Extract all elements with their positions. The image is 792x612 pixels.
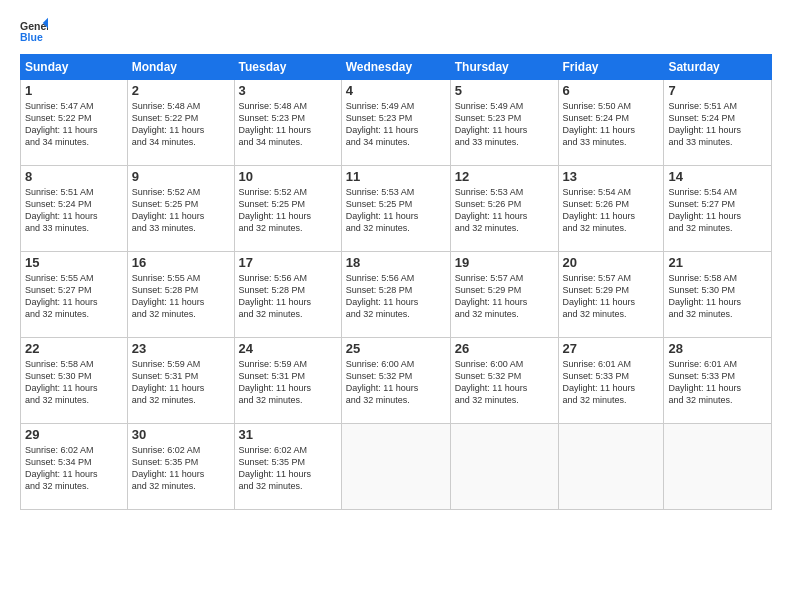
day-info: Sunrise: 5:54 AM Sunset: 5:27 PM Dayligh… [668,186,767,235]
day-number: 1 [25,83,123,98]
weekday-header: Saturday [664,55,772,80]
day-number: 18 [346,255,446,270]
calendar-cell: 2Sunrise: 5:48 AM Sunset: 5:22 PM Daylig… [127,80,234,166]
weekday-header: Wednesday [341,55,450,80]
day-number: 4 [346,83,446,98]
calendar-cell [341,424,450,510]
day-number: 29 [25,427,123,442]
calendar-cell: 11Sunrise: 5:53 AM Sunset: 5:25 PM Dayli… [341,166,450,252]
day-number: 10 [239,169,337,184]
calendar-cell: 6Sunrise: 5:50 AM Sunset: 5:24 PM Daylig… [558,80,664,166]
calendar-cell: 30Sunrise: 6:02 AM Sunset: 5:35 PM Dayli… [127,424,234,510]
day-number: 25 [346,341,446,356]
day-info: Sunrise: 6:02 AM Sunset: 5:34 PM Dayligh… [25,444,123,493]
day-info: Sunrise: 6:00 AM Sunset: 5:32 PM Dayligh… [455,358,554,407]
calendar-cell: 12Sunrise: 5:53 AM Sunset: 5:26 PM Dayli… [450,166,558,252]
day-number: 28 [668,341,767,356]
day-info: Sunrise: 5:55 AM Sunset: 5:28 PM Dayligh… [132,272,230,321]
day-number: 7 [668,83,767,98]
day-number: 11 [346,169,446,184]
day-info: Sunrise: 5:59 AM Sunset: 5:31 PM Dayligh… [132,358,230,407]
calendar-cell: 17Sunrise: 5:56 AM Sunset: 5:28 PM Dayli… [234,252,341,338]
day-info: Sunrise: 5:53 AM Sunset: 5:26 PM Dayligh… [455,186,554,235]
day-info: Sunrise: 5:56 AM Sunset: 5:28 PM Dayligh… [239,272,337,321]
day-number: 9 [132,169,230,184]
day-info: Sunrise: 5:57 AM Sunset: 5:29 PM Dayligh… [455,272,554,321]
day-number: 31 [239,427,337,442]
calendar-cell: 19Sunrise: 5:57 AM Sunset: 5:29 PM Dayli… [450,252,558,338]
calendar-cell: 23Sunrise: 5:59 AM Sunset: 5:31 PM Dayli… [127,338,234,424]
day-number: 13 [563,169,660,184]
day-number: 26 [455,341,554,356]
day-info: Sunrise: 5:57 AM Sunset: 5:29 PM Dayligh… [563,272,660,321]
day-number: 23 [132,341,230,356]
calendar-cell: 29Sunrise: 6:02 AM Sunset: 5:34 PM Dayli… [21,424,128,510]
weekday-header: Friday [558,55,664,80]
day-info: Sunrise: 6:02 AM Sunset: 5:35 PM Dayligh… [132,444,230,493]
day-number: 20 [563,255,660,270]
day-info: Sunrise: 5:50 AM Sunset: 5:24 PM Dayligh… [563,100,660,149]
calendar-cell: 9Sunrise: 5:52 AM Sunset: 5:25 PM Daylig… [127,166,234,252]
day-number: 30 [132,427,230,442]
day-number: 5 [455,83,554,98]
calendar-cell: 28Sunrise: 6:01 AM Sunset: 5:33 PM Dayli… [664,338,772,424]
day-number: 19 [455,255,554,270]
calendar-cell: 3Sunrise: 5:48 AM Sunset: 5:23 PM Daylig… [234,80,341,166]
calendar-cell: 21Sunrise: 5:58 AM Sunset: 5:30 PM Dayli… [664,252,772,338]
day-info: Sunrise: 5:56 AM Sunset: 5:28 PM Dayligh… [346,272,446,321]
weekday-header: Thursday [450,55,558,80]
day-number: 3 [239,83,337,98]
header: General Blue [20,16,772,44]
day-number: 21 [668,255,767,270]
day-number: 16 [132,255,230,270]
logo-icon: General Blue [20,16,48,44]
calendar-cell: 14Sunrise: 5:54 AM Sunset: 5:27 PM Dayli… [664,166,772,252]
calendar-cell: 25Sunrise: 6:00 AM Sunset: 5:32 PM Dayli… [341,338,450,424]
day-info: Sunrise: 5:54 AM Sunset: 5:26 PM Dayligh… [563,186,660,235]
page: General Blue SundayMondayTuesdayWednesda… [0,0,792,612]
day-info: Sunrise: 5:53 AM Sunset: 5:25 PM Dayligh… [346,186,446,235]
calendar-week-row: 1Sunrise: 5:47 AM Sunset: 5:22 PM Daylig… [21,80,772,166]
calendar-cell: 7Sunrise: 5:51 AM Sunset: 5:24 PM Daylig… [664,80,772,166]
day-info: Sunrise: 5:52 AM Sunset: 5:25 PM Dayligh… [132,186,230,235]
calendar-cell: 27Sunrise: 6:01 AM Sunset: 5:33 PM Dayli… [558,338,664,424]
calendar-cell: 16Sunrise: 5:55 AM Sunset: 5:28 PM Dayli… [127,252,234,338]
calendar-week-row: 15Sunrise: 5:55 AM Sunset: 5:27 PM Dayli… [21,252,772,338]
calendar-cell [450,424,558,510]
calendar-cell: 26Sunrise: 6:00 AM Sunset: 5:32 PM Dayli… [450,338,558,424]
day-info: Sunrise: 6:00 AM Sunset: 5:32 PM Dayligh… [346,358,446,407]
day-info: Sunrise: 5:55 AM Sunset: 5:27 PM Dayligh… [25,272,123,321]
weekday-header-row: SundayMondayTuesdayWednesdayThursdayFrid… [21,55,772,80]
day-number: 12 [455,169,554,184]
day-number: 2 [132,83,230,98]
calendar-cell: 20Sunrise: 5:57 AM Sunset: 5:29 PM Dayli… [558,252,664,338]
svg-text:Blue: Blue [20,31,43,43]
calendar-cell: 18Sunrise: 5:56 AM Sunset: 5:28 PM Dayli… [341,252,450,338]
day-info: Sunrise: 5:49 AM Sunset: 5:23 PM Dayligh… [346,100,446,149]
logo: General Blue [20,16,52,44]
day-number: 22 [25,341,123,356]
calendar-cell: 31Sunrise: 6:02 AM Sunset: 5:35 PM Dayli… [234,424,341,510]
day-info: Sunrise: 5:51 AM Sunset: 5:24 PM Dayligh… [668,100,767,149]
calendar-cell: 24Sunrise: 5:59 AM Sunset: 5:31 PM Dayli… [234,338,341,424]
calendar: SundayMondayTuesdayWednesdayThursdayFrid… [20,54,772,510]
day-number: 24 [239,341,337,356]
day-number: 6 [563,83,660,98]
day-info: Sunrise: 6:01 AM Sunset: 5:33 PM Dayligh… [563,358,660,407]
day-info: Sunrise: 5:51 AM Sunset: 5:24 PM Dayligh… [25,186,123,235]
day-info: Sunrise: 5:52 AM Sunset: 5:25 PM Dayligh… [239,186,337,235]
day-info: Sunrise: 5:58 AM Sunset: 5:30 PM Dayligh… [25,358,123,407]
day-info: Sunrise: 5:49 AM Sunset: 5:23 PM Dayligh… [455,100,554,149]
calendar-week-row: 22Sunrise: 5:58 AM Sunset: 5:30 PM Dayli… [21,338,772,424]
day-info: Sunrise: 6:02 AM Sunset: 5:35 PM Dayligh… [239,444,337,493]
weekday-header: Sunday [21,55,128,80]
day-info: Sunrise: 5:59 AM Sunset: 5:31 PM Dayligh… [239,358,337,407]
day-number: 14 [668,169,767,184]
calendar-cell: 10Sunrise: 5:52 AM Sunset: 5:25 PM Dayli… [234,166,341,252]
day-info: Sunrise: 5:47 AM Sunset: 5:22 PM Dayligh… [25,100,123,149]
calendar-cell: 15Sunrise: 5:55 AM Sunset: 5:27 PM Dayli… [21,252,128,338]
day-info: Sunrise: 5:48 AM Sunset: 5:23 PM Dayligh… [239,100,337,149]
day-info: Sunrise: 5:58 AM Sunset: 5:30 PM Dayligh… [668,272,767,321]
calendar-cell: 8Sunrise: 5:51 AM Sunset: 5:24 PM Daylig… [21,166,128,252]
day-number: 27 [563,341,660,356]
